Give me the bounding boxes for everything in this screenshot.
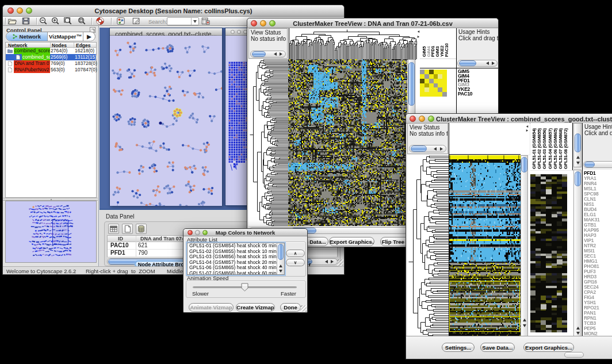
zoom-out-icon[interactable] [39,17,48,25]
tv1-usage-scrollbar[interactable] [457,60,498,67]
scroll-left-icon[interactable] [325,260,328,263]
tv2-titlebar[interactable]: ClusterMaker TreeView : combined_scores_… [406,114,612,124]
network-table-row[interactable]: DNA and Tran 07769(0)183728(0) [6,60,96,67]
annotation-icon[interactable] [132,17,141,25]
scroll-up-icon[interactable] [523,319,526,321]
column-label[interactable]: PAC10 [444,43,449,57]
scroll-right-icon[interactable] [492,62,495,65]
scrollbar-thumb[interactable] [252,51,266,57]
zoom-selected-icon[interactable] [77,17,86,25]
tab-vizmapper[interactable]: VizMapper™ [48,32,83,41]
attribute-list-item[interactable]: GPL51-07 (GSM868) heat shock 60 min [188,271,284,275]
main-window-titlebar[interactable]: Cytoscape Desktop (Session Name: collins… [3,5,344,17]
scroll-down-icon[interactable] [576,332,580,335]
tv1-mini-heatmap[interactable] [420,70,447,97]
save-session-icon[interactable] [21,17,30,25]
close-button[interactable] [410,116,416,122]
tv2-rowlabel-vscrollbar[interactable] [573,170,582,337]
save-data-button[interactable]: Save Data... [480,343,515,352]
column-label[interactable]: GPL51-08 (GSM872) [563,128,568,169]
column-dendrogram[interactable] [289,28,417,60]
tv2-heatmap-vscrollbar[interactable] [521,155,528,337]
done-button[interactable]: Done [280,303,301,312]
tv1-row-labels[interactable]: GIM5GIM4PFD1GIM3YKE2PAC10 [458,70,497,98]
row-label[interactable]: PAC10 [458,92,497,97]
settings-button[interactable]: Settings... [442,343,475,352]
create-vizmap-button[interactable]: Create Vizmap [236,303,275,312]
attribute-select-icon[interactable] [108,224,119,234]
column-label[interactable]: GPL51-02 (GSM855) [537,128,542,169]
new-attribute-icon[interactable] [122,224,133,234]
scroll-right-icon[interactable] [280,52,282,56]
export-graphics-button[interactable]: Export Graphics... [523,343,574,352]
frame-minimize-button[interactable] [237,30,241,34]
minimize-button[interactable] [419,116,425,122]
frame1-titlebar[interactable]: combined_scores_good.txt--cluste... [110,28,222,36]
scroll-left-icon[interactable] [486,62,489,65]
scroll-up-icon[interactable] [279,265,282,267]
network-table-row[interactable]: combined_scores2764(0)16218(0) [6,48,96,54]
open-session-icon[interactable] [7,17,17,25]
tv2-sub-heatmap[interactable] [530,174,567,332]
tv2-column-dendrogram-area[interactable] [449,123,521,155]
table-import-icon[interactable] [201,17,210,25]
scrollbar-thumb[interactable] [575,133,581,152]
tv1-titlebar[interactable]: ClusterMaker TreeView : DNA and Tran 07-… [247,18,498,28]
column-label[interactable]: GPL51-04 (GSM857) [548,128,553,169]
column-label[interactable]: GPL51-03 (GSM856) [542,128,547,169]
scroll-down-icon[interactable] [523,324,526,327]
move-down-button[interactable]: ∨ [286,259,305,266]
move-up-button[interactable]: ∧ [286,250,305,257]
scroll-right-icon[interactable] [331,260,334,263]
tv2-usage-scrollbar[interactable] [583,161,612,168]
scrollbar-thumb[interactable] [278,244,284,260]
delete-attribute-icon[interactable] [136,224,147,234]
tv2-column-labels[interactable]: GPL51-01 (GSM854)GPL51-02 (GSM855)GPL51-… [530,123,573,170]
scroll-left-icon[interactable] [418,30,420,33]
tv2-corner-scrollbar[interactable] [564,352,584,358]
network-table-row[interactable]: combined_sco2569(6)13112(15) [6,54,96,60]
search-input[interactable] [167,17,199,25]
scroll-left-icon[interactable] [526,125,529,128]
column-label[interactable]: GPL51-01 (GSM854) [531,128,537,169]
slider-thumb[interactable] [241,283,248,292]
scroll-left-icon[interactable] [434,147,437,151]
row-dendrogram[interactable] [248,59,288,226]
lifering-icon[interactable] [95,17,105,25]
scroll-down-icon[interactable] [279,270,282,273]
scroll-right-icon[interactable] [526,129,529,132]
tv1-column-labels[interactable]: GIM5GIM4PFD1GIM3YKE2PAC10 [420,28,456,58]
tv2-status-scrollbar[interactable] [409,145,446,152]
tab-overflow-button[interactable]: ▶ [83,32,95,41]
scroll-right-icon[interactable] [418,36,420,38]
column-header-id[interactable]: ID [118,236,123,242]
network-table-header[interactable]: Network Nodes Edges [6,43,96,48]
vizmapper-icon[interactable] [116,17,125,25]
scroll-up-icon[interactable] [576,327,580,329]
scroll-right-icon[interactable] [440,147,443,151]
window-resize-grip[interactable] [337,259,343,266]
attribute-list[interactable]: GPL51-01 (GSM854) heat shock 05 minGPL51… [187,243,285,275]
tv1-status-scrollbar[interactable] [250,51,286,58]
scroll-down-icon[interactable] [576,162,580,164]
scrollbar-thumb[interactable] [411,145,427,152]
zoom-fit-icon[interactable] [63,17,72,25]
scroll-up-icon[interactable] [576,156,580,159]
export-graphics-button[interactable]: Export Graphics... [329,237,374,246]
attribute-list-scrollbar[interactable] [277,243,284,274]
tv2-heatmap[interactable] [449,155,521,337]
network-canvas[interactable] [110,36,222,206]
scrollbar-thumb[interactable] [575,171,581,186]
tv1-heatmap[interactable] [288,59,407,226]
animate-vizmap-button[interactable]: Animate Vizmap [189,303,234,312]
network-table-row[interactable]: RNAPuberNov2+!563(0)107847(0) [6,67,96,73]
frame-close-button[interactable] [231,30,235,34]
network-overview[interactable] [5,201,97,263]
dialog-resize-grip[interactable] [300,305,307,312]
tab-network[interactable]: Network [6,32,48,41]
column-label[interactable]: GPL51-07 (GSM868) [558,128,563,169]
scrollbar-thumb[interactable] [584,162,595,167]
tv2-row-labels[interactable]: PFD1YRA1RNR4MSL1SPC98CLN1NIS1BUD4ELG1MAK… [583,170,612,337]
network-frame[interactable]: combined_scores_good.txt--cluste... [109,28,223,206]
scrollbar-thumb[interactable] [408,62,415,106]
